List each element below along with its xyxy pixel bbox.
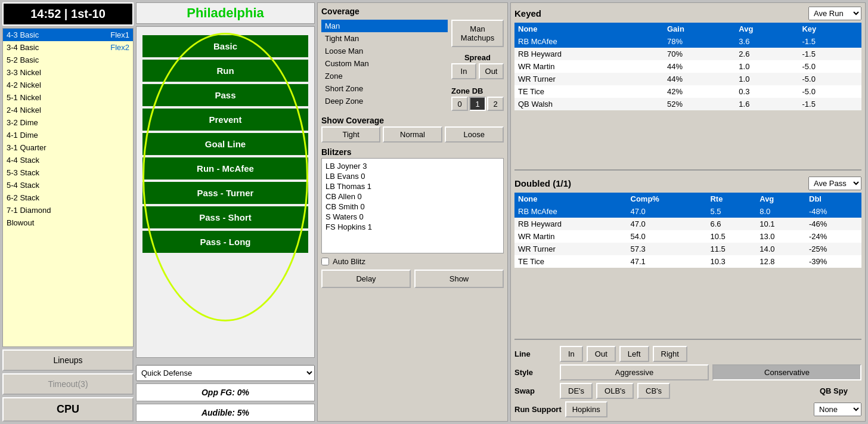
olb-button[interactable]: OLB's xyxy=(596,383,634,399)
doubled-row[interactable]: RB Heyward47.06.610.1-46% xyxy=(514,218,861,230)
zone-db-button[interactable]: 2 xyxy=(487,97,504,111)
play-button[interactable]: Pass - Turner xyxy=(142,182,308,204)
coverage-item[interactable]: Loose Man xyxy=(321,45,448,57)
play-button[interactable]: Basic xyxy=(142,35,308,57)
play-button[interactable]: Goal Line xyxy=(142,133,308,155)
des-button[interactable]: DE's xyxy=(560,383,593,399)
score-display: 14:52 | 1st-10 xyxy=(2,2,134,26)
formation-item[interactable]: 5-1 Nickel xyxy=(3,91,133,104)
formation-item[interactable]: 5-2 Basic xyxy=(3,54,133,66)
formation-item[interactable]: 3-4 BasicFlex2 xyxy=(3,41,133,54)
play-button[interactable]: Run - McAfee xyxy=(142,157,308,179)
coverage-top: ManTight ManLoose ManCustom ManZoneShort… xyxy=(321,20,504,111)
zone-db-button[interactable]: 1 xyxy=(469,97,486,111)
formation-item[interactable]: 4-1 Dime xyxy=(3,129,133,141)
coverage-list: ManTight ManLoose ManCustom ManZoneShort… xyxy=(321,20,448,111)
swap-label: Swap xyxy=(514,386,556,395)
divider2 xyxy=(514,339,861,340)
quick-defense-select[interactable]: Quick Defense xyxy=(136,365,315,381)
run-support-player-button[interactable]: Hopkins xyxy=(565,401,607,417)
keyed-col-none: None xyxy=(514,23,664,35)
coverage-item[interactable]: Short Zone xyxy=(321,82,448,95)
show-coverage-button[interactable]: Tight xyxy=(321,126,380,143)
spread-in-button[interactable]: In xyxy=(451,63,476,79)
formation-item[interactable]: 2-4 Nickel xyxy=(3,104,133,116)
coverage-item[interactable]: Man xyxy=(321,20,448,32)
cb-button[interactable]: CB's xyxy=(637,383,670,399)
coverage-item[interactable]: Zone xyxy=(321,70,448,82)
formation-item[interactable]: 3-2 Dime xyxy=(3,116,133,129)
qb-spy-dropdown[interactable]: None xyxy=(814,403,861,416)
keyed-dropdown[interactable]: Ave RunAve PassBest RunBest Pass xyxy=(808,7,861,20)
doubled-row[interactable]: WR Turner57.311.514.0-25% xyxy=(514,243,861,255)
blitzers-title: Blitzers xyxy=(321,147,504,157)
lineups-button[interactable]: Lineups xyxy=(2,349,134,371)
show-coverage-section: Show Coverage TightNormalLoose xyxy=(321,116,504,143)
aggressive-button[interactable]: Aggressive xyxy=(560,364,709,380)
play-button[interactable]: Pass xyxy=(142,84,308,106)
spread-out-button[interactable]: Out xyxy=(479,63,504,79)
line-left-button[interactable]: Left xyxy=(619,346,649,362)
doubled-row[interactable]: TE Tice47.110.312.8-39% xyxy=(514,255,861,268)
conservative-button[interactable]: Conservative xyxy=(712,364,861,380)
qb-spy-label: QB Spy xyxy=(820,386,861,395)
timeout-button: Timeout(3) xyxy=(2,373,134,395)
doubled-row[interactable]: WR Martin54.010.513.0-24% xyxy=(514,230,861,243)
man-matchups-button[interactable]: Man Matchups xyxy=(451,20,504,47)
line-label: Line xyxy=(514,349,556,358)
formation-item[interactable]: 6-2 Stack xyxy=(3,191,133,204)
zone-db-label: Zone DB xyxy=(451,86,504,95)
formation-item[interactable]: 3-3 Nickel xyxy=(3,66,133,79)
show-button[interactable]: Show xyxy=(414,270,504,288)
doubled-section: Doubled (1/1) Ave PassAve RunBest PassBe… xyxy=(514,177,861,333)
blitzers-section: Blitzers LB Joyner 3LB Evans 0LB Thomas … xyxy=(321,147,504,417)
play-button[interactable]: Pass - Short xyxy=(142,206,308,228)
doubled-col-dbl: Dbl xyxy=(805,193,861,205)
doubled-table: None Comp% Rte Avg Dbl RB McAfee47.05.58… xyxy=(514,193,861,268)
play-button[interactable]: Pass - Long xyxy=(142,231,308,253)
play-button[interactable]: Prevent xyxy=(142,109,308,131)
audible-display: Audible: 5% xyxy=(136,404,315,422)
divider xyxy=(514,169,861,171)
formation-item[interactable]: Blowout xyxy=(3,216,133,229)
coverage-item[interactable]: Tight Man xyxy=(321,32,448,45)
opp-fg-display: Opp FG: 0% xyxy=(136,383,315,401)
coverage-item[interactable]: Custom Man xyxy=(321,57,448,70)
zone-db-buttons: 012 xyxy=(451,97,504,111)
delay-show-buttons: Delay Show xyxy=(321,270,504,288)
formation-item[interactable]: 7-1 Diamond xyxy=(3,204,133,216)
keyed-row[interactable]: WR Martin44%1.0-5.0 xyxy=(514,60,861,73)
doubled-row[interactable]: RB McAfee47.05.58.0-48% xyxy=(514,205,861,218)
show-coverage-button[interactable]: Normal xyxy=(383,126,442,143)
formation-item[interactable]: 5-3 Stack xyxy=(3,166,133,179)
keyed-table: None Gain Avg Key RB McAfee78%3.6-1.5RB … xyxy=(514,23,861,110)
play-button[interactable]: Run xyxy=(142,60,308,82)
auto-blitz-checkbox[interactable] xyxy=(321,258,329,265)
formation-item[interactable]: 4-4 Stack xyxy=(3,154,133,166)
blitzer-row: LB Evans 0 xyxy=(324,171,501,181)
coverage-item[interactable]: Deep Zone xyxy=(321,95,448,107)
bottom-controls: Line In Out Left Right Style Aggressive … xyxy=(514,346,861,417)
formation-item[interactable]: 4-3 BasicFlex1 xyxy=(3,29,133,41)
keyed-col-avg: Avg xyxy=(735,23,798,35)
line-in-button[interactable]: In xyxy=(560,346,583,362)
keyed-row[interactable]: QB Walsh52%1.6-1.5 xyxy=(514,98,861,110)
delay-button[interactable]: Delay xyxy=(321,270,411,288)
keyed-row[interactable]: RB McAfee78%3.6-1.5 xyxy=(514,35,861,48)
line-out-button[interactable]: Out xyxy=(587,346,616,362)
doubled-col-rte: Rte xyxy=(706,193,756,205)
formation-item[interactable]: 4-2 Nickel xyxy=(3,79,133,91)
doubled-dropdown[interactable]: Ave PassAve RunBest PassBest Run xyxy=(808,177,861,190)
show-coverage-button[interactable]: Loose xyxy=(445,126,504,143)
line-right-button[interactable]: Right xyxy=(653,346,687,362)
keyed-row[interactable]: RB Heyward70%2.6-1.5 xyxy=(514,48,861,60)
keyed-row[interactable]: WR Turner44%1.0-5.0 xyxy=(514,73,861,85)
keyed-header: Keyed Ave RunAve PassBest RunBest Pass xyxy=(514,7,861,20)
show-coverage-label: Show Coverage xyxy=(321,116,504,125)
blitzer-row: LB Joyner 3 xyxy=(324,161,501,171)
formation-item[interactable]: 3-1 Quarter xyxy=(3,141,133,154)
keyed-row[interactable]: TE Tice42%0.3-5.0 xyxy=(514,85,861,98)
doubled-col-comp: Comp% xyxy=(627,193,707,205)
formation-item[interactable]: 5-4 Stack xyxy=(3,179,133,191)
zone-db-button[interactable]: 0 xyxy=(451,97,468,111)
